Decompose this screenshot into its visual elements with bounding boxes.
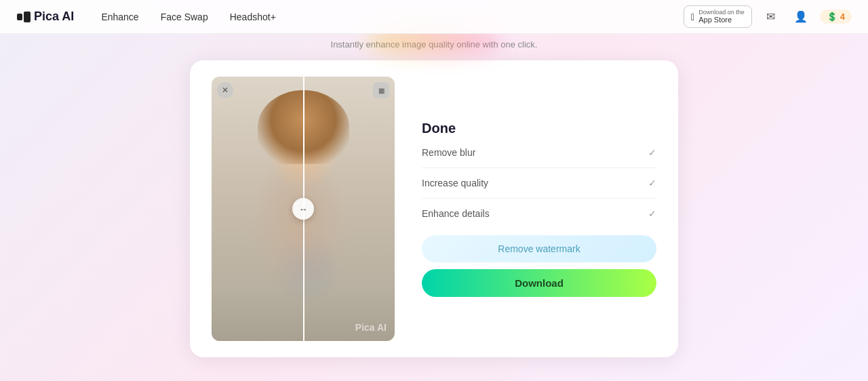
action-buttons: Remove watermark Download <box>422 235 656 297</box>
feature-label-quality: Increase quality <box>422 178 488 188</box>
logo-text: Pica AI <box>34 9 74 24</box>
svg-rect-0 <box>17 14 22 20</box>
nav-links: Enhance Face Swap Headshot+ <box>101 12 684 22</box>
check-icon-quality: ✓ <box>648 178 656 188</box>
apple-icon:  <box>691 12 694 22</box>
done-title: Done <box>422 121 656 136</box>
compare-icon[interactable]: ▦ <box>373 82 389 98</box>
close-button[interactable]: ✕ <box>217 82 233 98</box>
logo-icon <box>16 11 31 23</box>
app-store-label-wrap: Download on the App Store <box>698 9 745 24</box>
navbar: Pica AI Enhance Face Swap Headshot+  Do… <box>0 0 868 34</box>
check-icon-details: ✓ <box>648 208 656 219</box>
nav-right:  Download on the App Store ✉ 👤 💲 4 <box>684 5 852 28</box>
chat-button[interactable]: ✉ <box>760 6 782 28</box>
download-button[interactable]: Download <box>422 269 656 297</box>
feature-item-details: Enhance details ✓ <box>422 208 656 219</box>
user-button[interactable]: 👤 <box>790 6 812 28</box>
right-panel: Done Remove blur ✓ Increase quality ✓ En… <box>422 121 656 297</box>
feature-list: Remove blur ✓ Increase quality ✓ Enhance… <box>422 147 656 219</box>
feature-label-blur: Remove blur <box>422 147 475 158</box>
subtitle-bar: Instantly enhance image quality online w… <box>0 34 868 54</box>
result-card: ✕ ▦ ↔ Pica AI Done Remove blur ✓ Increas… <box>190 60 678 357</box>
nav-headshot[interactable]: Headshot+ <box>230 12 276 22</box>
svg-rect-1 <box>24 12 31 22</box>
credits-badge[interactable]: 💲 4 <box>820 9 852 24</box>
credits-count: 4 <box>840 12 845 22</box>
check-icon-blur: ✓ <box>648 147 656 158</box>
app-store-button[interactable]:  Download on the App Store <box>684 5 752 28</box>
app-store-label: App Store <box>698 16 732 24</box>
nav-face-swap[interactable]: Face Swap <box>161 12 208 22</box>
credits-icon: 💲 <box>827 12 837 22</box>
logo[interactable]: Pica AI <box>16 9 74 24</box>
nav-enhance[interactable]: Enhance <box>101 12 138 22</box>
feature-item-quality: Increase quality ✓ <box>422 178 656 199</box>
watermark-text: Pica AI <box>355 322 387 333</box>
comparison-slider-handle[interactable]: ↔ <box>292 198 314 220</box>
app-store-pre-label: Download on the <box>698 9 745 16</box>
feature-label-details: Enhance details <box>422 208 490 219</box>
main-content: ✕ ▦ ↔ Pica AI Done Remove blur ✓ Increas… <box>0 54 868 364</box>
remove-watermark-button[interactable]: Remove watermark <box>422 235 656 262</box>
feature-item-blur: Remove blur ✓ <box>422 147 656 168</box>
image-comparison: ✕ ▦ ↔ Pica AI <box>212 77 395 341</box>
